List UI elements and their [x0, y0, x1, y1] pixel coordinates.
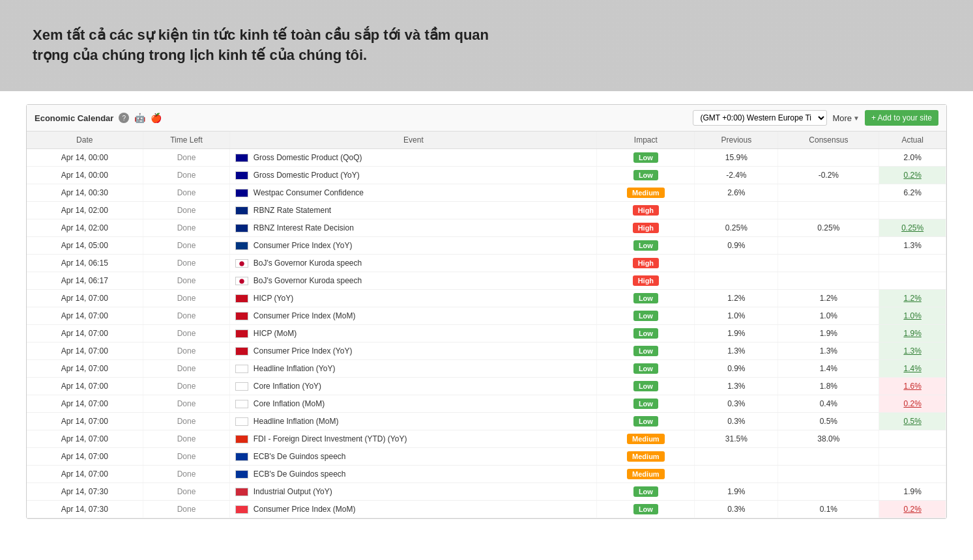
table-body: Apr 14, 00:00Done Gross Domestic Product… [27, 149, 946, 518]
col-header-previous: Previous [695, 132, 778, 149]
flag-icon [235, 277, 248, 285]
cell-impact: Low [597, 149, 695, 167]
cell-event: Headline Inflation (MoM) [230, 413, 597, 430]
cell-event: RBNZ Interest Rate Decision [230, 219, 597, 237]
cell-event: BoJ's Governor Kuroda speech [230, 255, 597, 272]
cell-time-left: Done [143, 378, 230, 395]
cell-previous: 1.3% [695, 378, 778, 395]
cell-event: HICP (MoM) [230, 325, 597, 343]
hero-section: Xem tất cả các sự kiện tin tức kinh tế t… [0, 0, 973, 91]
add-to-site-button[interactable]: + Add to your site [865, 110, 938, 126]
table-row: Apr 14, 02:00Done RBNZ Interest Rate Dec… [27, 219, 946, 237]
cell-time-left: Done [143, 360, 230, 378]
table-row: Apr 14, 07:00Done Core Inflation (MoM)Lo… [27, 395, 946, 413]
cell-time-left: Done [143, 413, 230, 430]
cell-consensus: 1.9% [778, 325, 879, 343]
cell-previous: 1.9% [695, 483, 778, 501]
cell-consensus: 1.8% [778, 378, 879, 395]
cell-time-left: Done [143, 448, 230, 466]
cell-date: Apr 14, 00:00 [27, 167, 143, 184]
impact-badge: Low [633, 504, 658, 514]
flag-icon [235, 329, 248, 338]
help-icon[interactable]: ? [119, 113, 129, 123]
cell-consensus: 0.25% [778, 219, 879, 237]
cell-time-left: Done [143, 272, 230, 290]
cell-impact: Low [597, 413, 695, 430]
cell-time-left: Done [143, 501, 230, 518]
cell-previous: 0.9% [695, 237, 778, 255]
cell-event: Consumer Price Index (MoM) [230, 501, 597, 518]
impact-badge: Medium [627, 469, 665, 479]
impact-badge: High [633, 223, 659, 233]
cell-actual: 0.25% [879, 219, 946, 237]
flag-icon [235, 171, 248, 180]
table-row: Apr 14, 07:00Done FDI - Foreign Direct I… [27, 430, 946, 448]
economic-calendar-table: DateTime LeftEventImpactPreviousConsensu… [27, 132, 946, 518]
cell-time-left: Done [143, 255, 230, 272]
cell-date: Apr 14, 02:00 [27, 202, 143, 219]
cell-actual [879, 430, 946, 448]
cell-impact: Low [597, 378, 695, 395]
flag-icon [235, 259, 248, 268]
cell-actual: 0.2% [879, 167, 946, 184]
cell-event: BoJ's Governor Kuroda speech [230, 272, 597, 290]
cell-actual: 2.0% [879, 149, 946, 167]
cell-previous: 0.3% [695, 501, 778, 518]
cell-actual: 1.4% [879, 360, 946, 378]
cell-date: Apr 14, 07:00 [27, 290, 143, 307]
cell-actual: 1.3% [879, 237, 946, 255]
flag-icon [235, 224, 248, 232]
flag-icon [235, 154, 248, 162]
cell-actual: 0.5% [879, 413, 946, 430]
cell-date: Apr 14, 07:00 [27, 343, 143, 360]
cell-impact: High [597, 255, 695, 272]
table-row: Apr 14, 07:00Done Core Inflation (YoY)Lo… [27, 378, 946, 395]
cell-consensus [778, 237, 879, 255]
cell-event: Consumer Price Index (YoY) [230, 237, 597, 255]
cell-actual: 1.9% [879, 483, 946, 501]
table-row: Apr 14, 07:00Done HICP (MoM)Low1.9%1.9%1… [27, 325, 946, 343]
cell-date: Apr 14, 02:00 [27, 219, 143, 237]
table-row: Apr 14, 00:00Done Gross Domestic Product… [27, 149, 946, 167]
flag-icon [235, 453, 248, 461]
impact-badge: Medium [627, 434, 665, 444]
table-row: Apr 14, 00:00Done Gross Domestic Product… [27, 167, 946, 184]
impact-badge: Low [633, 363, 658, 374]
cell-time-left: Done [143, 395, 230, 413]
cell-event: FDI - Foreign Direct Investment (YTD) (Y… [230, 430, 597, 448]
impact-badge: Low [633, 346, 658, 356]
apple-icon[interactable]: 🍎 [151, 113, 162, 123]
header-right: (GMT +0:00) Western Europe Ti More ▼ + A… [693, 110, 938, 126]
android-icon[interactable]: 🤖 [134, 113, 145, 123]
cell-impact: Low [597, 307, 695, 325]
flag-icon [235, 294, 248, 303]
cell-previous: 1.9% [695, 325, 778, 343]
cell-time-left: Done [143, 290, 230, 307]
cell-consensus: 0.4% [778, 395, 879, 413]
cell-impact: Low [597, 501, 695, 518]
cell-event: Core Inflation (MoM) [230, 395, 597, 413]
cell-date: Apr 14, 00:00 [27, 149, 143, 167]
cell-actual: 1.6% [879, 378, 946, 395]
col-header-date: Date [27, 132, 143, 149]
cell-consensus [778, 483, 879, 501]
cell-date: Apr 14, 07:00 [27, 448, 143, 466]
timezone-select[interactable]: (GMT +0:00) Western Europe Ti [693, 110, 827, 126]
cell-consensus [778, 255, 879, 272]
more-button[interactable]: More ▼ [832, 113, 860, 123]
flag-icon [235, 505, 248, 514]
cell-time-left: Done [143, 343, 230, 360]
col-header-consensus: Consensus [778, 132, 879, 149]
cell-previous [695, 466, 778, 483]
cell-event: Gross Domestic Product (QoQ) [230, 149, 597, 167]
cell-impact: High [597, 219, 695, 237]
impact-badge: Low [633, 311, 658, 321]
cell-previous [695, 202, 778, 219]
impact-badge: Low [633, 486, 658, 497]
flag-icon [235, 347, 248, 356]
cell-consensus: 1.2% [778, 290, 879, 307]
cell-impact: Medium [597, 184, 695, 202]
impact-badge: Low [633, 416, 658, 427]
cell-time-left: Done [143, 184, 230, 202]
cell-consensus: 0.5% [778, 413, 879, 430]
